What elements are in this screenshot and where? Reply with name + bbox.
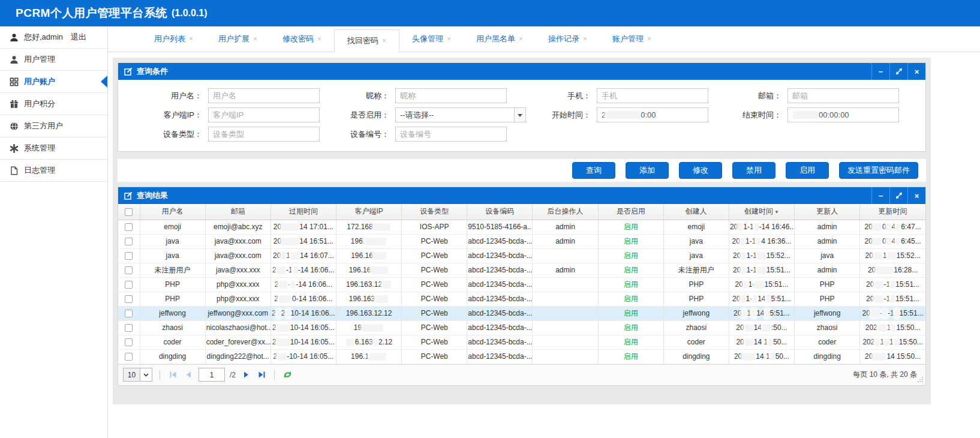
nickname-input[interactable] [395, 88, 507, 103]
tab-account-management[interactable]: 账户管理× [600, 26, 664, 52]
user-icon [10, 55, 19, 64]
tab-close-icon[interactable]: × [382, 37, 386, 45]
redacted-text [757, 252, 766, 260]
redacted-text [766, 295, 771, 303]
col-enabled: 是否启用 [598, 204, 663, 220]
tab-operation-log[interactable]: 操作记录× [536, 26, 600, 52]
sidebar-item-label: 第三方用户 [24, 121, 63, 131]
row-checkbox[interactable] [125, 281, 133, 289]
cell-device_code: abcd-12345-bcda-... [467, 263, 533, 277]
enabled-link[interactable]: 启用 [624, 352, 638, 361]
sidebar-item-third-party-user[interactable]: 第三方用户 [0, 115, 107, 137]
next-page-icon[interactable] [241, 370, 251, 380]
send-reset-password-email-button[interactable]: 发送重置密码邮件 [839, 162, 918, 179]
enabled-link[interactable]: 启用 [624, 309, 638, 317]
maximize-icon[interactable] [889, 187, 907, 204]
redacted-text [768, 338, 772, 346]
logout-link[interactable]: 退出 [71, 32, 86, 43]
cell-updated: 20115:52... [860, 248, 925, 263]
tab-user-extend[interactable]: 用户扩展× [206, 26, 270, 52]
sidebar-item-user-management[interactable]: 用户管理 [0, 49, 107, 71]
tab-user-list[interactable]: 用户列表× [142, 26, 206, 52]
tab-retrieve-password[interactable]: 找回密码× [334, 29, 399, 52]
minimize-icon[interactable]: − [871, 187, 889, 204]
row-checkbox[interactable] [125, 238, 133, 245]
row-checkbox[interactable] [125, 324, 133, 332]
row-checkbox[interactable] [125, 310, 133, 317]
device-type-input[interactable] [208, 127, 320, 142]
enabled-link[interactable]: 启用 [624, 338, 638, 346]
redacted-text [371, 266, 388, 274]
enabled-link[interactable]: 启用 [624, 251, 638, 260]
tab-change-password[interactable]: 修改密码× [270, 26, 334, 52]
enabled-select[interactable]: --请选择-- [395, 107, 526, 122]
start-time-input[interactable]: 20:00 [597, 107, 708, 122]
enabled-link[interactable]: 启用 [624, 295, 638, 303]
redacted-text [383, 281, 391, 289]
tab-close-icon[interactable]: × [189, 35, 193, 43]
refresh-icon[interactable] [282, 370, 293, 380]
enabled-link[interactable]: 启用 [624, 237, 638, 245]
tab-close-icon[interactable]: × [519, 35, 523, 43]
minimize-icon[interactable]: − [871, 63, 889, 80]
sidebar-item-label: 用户账户 [24, 76, 55, 87]
add-button[interactable]: 添加 [626, 162, 669, 179]
resize-grip[interactable] [917, 376, 924, 384]
tab-close-icon[interactable]: × [583, 35, 587, 43]
redacted-text [896, 223, 900, 231]
query-panel-title: 查询条件 [137, 66, 168, 77]
sidebar-item-system-management[interactable]: 系统管理 [0, 137, 107, 160]
email-input[interactable] [787, 88, 899, 103]
enabled-link[interactable]: 启用 [624, 223, 638, 231]
tab-avatar-management[interactable]: 头像管理× [399, 26, 464, 52]
redacted-text [278, 353, 286, 361]
last-page-icon[interactable] [256, 370, 267, 380]
cell-updated: 20-115:51... [860, 292, 925, 306]
redacted-text [883, 310, 887, 317]
first-page-icon[interactable] [167, 370, 178, 380]
tab-user-blacklist[interactable]: 用户黑名单× [464, 26, 536, 52]
col-created-time[interactable]: 创建时间▼ [729, 204, 794, 220]
sidebar-item-user-points[interactable]: 用户积分 [0, 93, 107, 115]
row-checkbox[interactable] [125, 353, 133, 361]
chevron-down-icon[interactable] [514, 108, 525, 122]
table-row: codercoder_forever@xx...210-14 16:05...6… [118, 335, 925, 349]
page-number-input[interactable] [199, 368, 225, 382]
tab-close-icon[interactable]: × [647, 35, 651, 43]
enabled-link[interactable]: 启用 [624, 280, 638, 289]
close-icon[interactable]: × [907, 63, 925, 80]
tab-close-icon[interactable]: × [317, 35, 321, 43]
sidebar-item-log-management[interactable]: 日志管理 [0, 160, 107, 182]
end-time-input[interactable]: 00:00:00 [787, 107, 899, 122]
device-no-input[interactable] [395, 127, 507, 142]
edit-button[interactable]: 修改 [679, 162, 722, 179]
enabled-link[interactable]: 启用 [624, 323, 638, 332]
redacted-text [871, 310, 879, 317]
asterisk-icon [10, 144, 19, 153]
maximize-icon[interactable] [889, 63, 907, 80]
enable-button[interactable]: 启用 [786, 162, 829, 179]
tab-close-icon[interactable]: × [253, 35, 257, 43]
row-checkbox[interactable] [125, 252, 133, 260]
client-ip-input[interactable] [208, 107, 320, 122]
prev-page-icon[interactable] [183, 370, 194, 380]
row-checkbox[interactable] [125, 223, 133, 231]
close-icon[interactable]: × [907, 187, 925, 204]
cell-email: dingding222@hot... [205, 349, 270, 364]
username-input[interactable] [208, 88, 320, 103]
select-all-checkbox[interactable] [125, 208, 133, 216]
page-size-select[interactable]: 10 [123, 368, 152, 382]
redacted-text [374, 338, 378, 346]
search-button[interactable]: 查询 [572, 162, 615, 179]
row-checkbox[interactable] [125, 338, 133, 346]
cell-operator: admin [533, 220, 598, 234]
cell-email: coder_forever@xx... [205, 335, 270, 349]
field-label: 用户名： [118, 91, 208, 101]
row-checkbox[interactable] [125, 266, 133, 274]
enabled-link[interactable]: 启用 [624, 266, 638, 274]
sidebar-item-user-account[interactable]: 用户账户 [0, 71, 107, 93]
row-checkbox[interactable] [125, 295, 133, 303]
tab-close-icon[interactable]: × [447, 35, 451, 43]
phone-input[interactable] [597, 88, 708, 103]
disable-button[interactable]: 禁用 [732, 162, 775, 179]
